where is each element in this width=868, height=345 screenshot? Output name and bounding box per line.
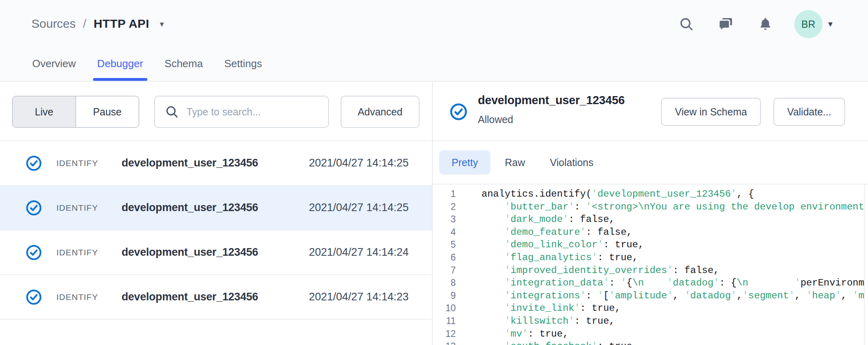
breadcrumb-separator: / (83, 17, 86, 31)
tab-schema[interactable]: Schema (164, 58, 204, 81)
stream-controls: Live Pause Type to search... Advanced (0, 82, 432, 141)
check-circle-icon (26, 200, 42, 216)
event-name: development_user_123456 (122, 291, 258, 303)
code-text: 'oauth_facebook': true, (482, 340, 638, 345)
code-line: 11 'killswitch': true, (433, 315, 868, 328)
code-line: 8 'integration_data': '{\n 'datadog': {\… (433, 277, 868, 290)
chat-icon[interactable] (718, 16, 734, 32)
line-number: 8 (433, 277, 456, 290)
line-number: 11 (433, 315, 456, 328)
breadcrumb-sources-link[interactable]: Sources (31, 17, 76, 31)
line-number: 1 (433, 188, 456, 201)
event-name: development_user_123456 (122, 157, 258, 169)
top-bar: Sources / HTTP API ▾ (0, 0, 868, 82)
line-number: 13 (433, 340, 456, 345)
code-line: 5 'demo_link_color': true, (433, 238, 868, 251)
line-number: 2 (433, 201, 456, 214)
event-row[interactable]: IDENTIFY development_user_123456 2021/04… (0, 141, 432, 186)
tab-settings[interactable]: Settings (223, 58, 263, 81)
event-row[interactable]: IDENTIFY development_user_123456 2021/04… (0, 230, 432, 275)
code-lines: 1analytics.identify('development_user_12… (433, 188, 868, 345)
event-type: IDENTIFY (56, 158, 122, 168)
bell-icon[interactable] (757, 16, 773, 32)
line-number: 5 (433, 238, 456, 251)
live-pause-toggle: Live Pause (12, 96, 139, 128)
avatar[interactable]: BR (794, 10, 823, 38)
pause-button[interactable]: Pause (76, 97, 138, 127)
source-tabs: Overview Debugger Schema Settings (31, 58, 263, 81)
code-line: 9 'integrations': '['amplitude', 'datado… (433, 290, 868, 302)
code-text: 'invite_link': true, (482, 302, 621, 315)
search-placeholder: Type to search... (186, 106, 261, 118)
line-number: 10 (433, 302, 456, 315)
event-row[interactable]: IDENTIFY development_user_123456 2021/04… (0, 275, 432, 320)
event-type: IDENTIFY (56, 292, 122, 302)
event-type: IDENTIFY (56, 248, 122, 257)
code-line: 12 'mv': true, (433, 328, 868, 341)
event-timestamp: 2021/04/27 14:14:23 (309, 291, 409, 303)
code-text: 'mv': true, (482, 328, 568, 341)
search-input[interactable]: Type to search... (154, 96, 329, 128)
validate-button[interactable]: Validate... (773, 98, 845, 126)
event-timestamp: 2021/04/27 14:14:25 (309, 157, 409, 169)
line-number: 12 (433, 328, 456, 341)
detail-header: development_user_123456 Allowed View in … (433, 82, 868, 141)
code-line: 4 'demo_feature': false, (433, 226, 868, 239)
code-text: 'butter_bar': '<strong>\nYou are using t… (482, 201, 864, 214)
source-switcher-caret-icon[interactable]: ▾ (160, 20, 164, 28)
line-number: 6 (433, 251, 456, 264)
tab-violations[interactable]: Violations (550, 157, 593, 168)
code-line: 7 'improved_identity_overrides': false, (433, 264, 868, 277)
code-text: 'killswitch': true, (482, 315, 615, 328)
code-text: 'flag_analytics': true, (482, 251, 638, 264)
line-number: 9 (433, 290, 456, 302)
code-text: 'demo_feature': false, (482, 226, 632, 239)
code-text: 'integrations': '['amplitude', 'datadog'… (482, 290, 864, 302)
advanced-button[interactable]: Advanced (341, 96, 420, 128)
line-number: 3 (433, 213, 456, 226)
event-timestamp: 2021/04/27 14:14:25 (309, 201, 409, 214)
check-circle-icon (450, 103, 467, 121)
tab-pretty[interactable]: Pretty (439, 150, 490, 175)
code-text: 'improved_identity_overrides': false, (482, 264, 719, 277)
event-type: IDENTIFY (56, 203, 122, 213)
account-menu-caret-icon[interactable]: ▾ (828, 20, 833, 29)
event-stream-panel: Live Pause Type to search... Advanced (0, 82, 433, 345)
event-name: development_user_123456 (122, 246, 258, 259)
tab-debugger[interactable]: Debugger (96, 58, 144, 81)
code-line: 1analytics.identify('development_user_12… (433, 188, 868, 201)
app-window: Sources / HTTP API ▾ (0, 0, 868, 345)
code-text: 'dark_mode': false, (482, 213, 615, 226)
magnifier-icon (165, 105, 179, 119)
check-circle-icon (26, 155, 42, 171)
code-line: 2 'butter_bar': '<strong>\nYou are using… (433, 201, 868, 214)
detail-title: development_user_123456 (478, 94, 625, 107)
check-circle-icon (26, 244, 42, 261)
tab-overview[interactable]: Overview (31, 58, 76, 81)
tab-raw[interactable]: Raw (505, 157, 525, 168)
line-number: 4 (433, 226, 456, 239)
event-list: IDENTIFY development_user_123456 2021/04… (0, 141, 432, 320)
breadcrumb: Sources / HTTP API ▾ (31, 17, 164, 31)
code-viewer[interactable]: 1analytics.identify('development_user_12… (433, 185, 868, 345)
code-line: 6 'flag_analytics': true, (433, 251, 868, 264)
breadcrumb-source-name: HTTP API (93, 17, 149, 31)
event-detail-panel: development_user_123456 Allowed View in … (433, 82, 868, 345)
code-line: 10 'invite_link': true, (433, 302, 868, 315)
line-number: 7 (433, 264, 456, 277)
search-icon[interactable] (678, 16, 694, 32)
code-line: 13 'oauth_facebook': true, (433, 340, 868, 345)
code-scrollbar[interactable] (864, 185, 865, 345)
view-in-schema-button[interactable]: View in Schema (661, 98, 761, 126)
code-line: 3 'dark_mode': false, (433, 213, 868, 226)
event-row-selected[interactable]: IDENTIFY development_user_123456 2021/04… (0, 186, 432, 230)
detail-tabs: Pretty Raw Violations (433, 141, 868, 185)
live-button[interactable]: Live (13, 97, 76, 127)
topbar-actions: BR ▾ (655, 10, 833, 39)
code-text: analytics.identify('development_user_123… (482, 188, 754, 201)
event-name: development_user_123456 (122, 201, 258, 214)
event-timestamp: 2021/04/27 14:14:24 (309, 246, 409, 259)
code-text: 'integration_data': '{\n 'datadog': {\n … (482, 277, 864, 290)
check-circle-icon (26, 289, 42, 305)
main-split: Live Pause Type to search... Advanced (0, 82, 868, 345)
